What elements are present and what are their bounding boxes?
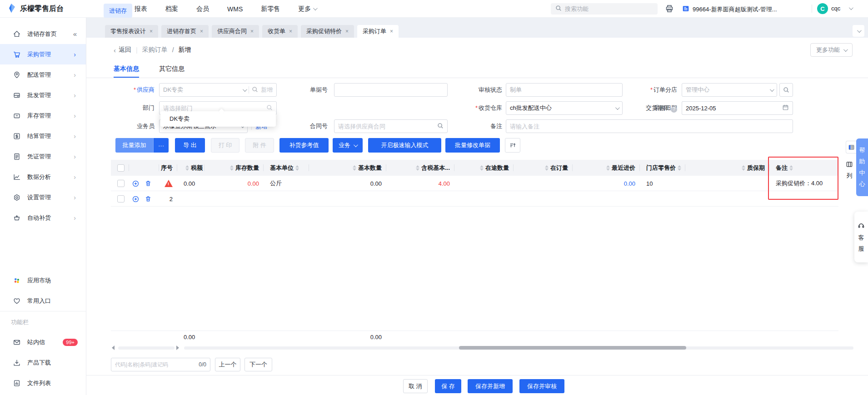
close-icon[interactable]: × [250,28,254,35]
sidebar-item-voucher[interactable]: 凭证管理› [0,146,86,167]
topnav-member[interactable]: 会员 [196,5,209,13]
business-dropdown-button[interactable]: 业务 [333,138,363,153]
chevron-down-icon[interactable] [849,5,853,10]
header-seq[interactable]: 序号 [159,160,177,176]
add-row-icon[interactable] [132,180,140,188]
sidebar-item-download[interactable]: 产品下载 [0,352,86,373]
batch-add-more-button[interactable]: ··· [153,138,169,153]
sidebar-item-settings[interactable]: 设置管理› [0,187,86,207]
supplier-select[interactable]: DK专卖 新增 [159,83,277,97]
export-button[interactable]: 导 出 [175,138,205,153]
save-and-audit-button[interactable]: 保存并审核 [519,379,564,393]
workspace-tab-2[interactable]: 供应商合同× [212,25,259,38]
supplier-new-link[interactable]: 新增 [261,86,273,94]
add-row-icon[interactable] [132,195,140,203]
topnav-report[interactable]: 报表 [135,5,147,13]
close-icon[interactable]: × [150,28,153,35]
row-checkbox[interactable] [117,195,125,202]
header-retail-price[interactable]: 门店零售价 [640,160,685,176]
header-warranty[interactable]: 质保期 [685,160,769,176]
sidebar-item-filelist[interactable]: 文件列表 [0,373,86,393]
sort-icon[interactable] [416,165,419,171]
sort-icon[interactable] [789,165,793,171]
scrollbar-thumb[interactable] [459,346,686,350]
tab-list-button[interactable] [853,25,864,37]
select-all-checkbox[interactable] [117,164,125,172]
save-button[interactable]: 保 存 [435,379,461,393]
attachment-button[interactable]: 附 件 [245,138,274,153]
order-no-field[interactable] [334,83,448,97]
branch-search-button[interactable] [779,83,793,97]
quick-search-field[interactable]: 0/0 [111,358,210,371]
sort-icon[interactable] [606,165,610,171]
header-last-price[interactable]: 最近进价 [573,160,640,176]
tab-other-info[interactable]: 其它信息 [159,61,185,78]
speed-input-button[interactable]: 开启极速输入模式 [368,138,441,153]
quick-search-input[interactable] [115,361,196,368]
header-stock-qty[interactable]: 库存数量 [205,160,264,176]
branch-select[interactable]: 管理中心 [682,83,777,97]
header-base-unit[interactable]: 基本单位 [264,160,309,176]
deadline-field[interactable]: 2025-12-05 [682,101,793,115]
dept-input[interactable] [163,105,264,112]
customer-service-tab[interactable]: 客服 [854,212,868,262]
remark-input[interactable] [510,123,789,130]
dept-option[interactable]: DK专卖 [160,111,276,127]
header-on-order-qty[interactable]: 在订量 [514,160,573,176]
search-input[interactable] [565,5,642,12]
help-icon[interactable]: ? [671,106,677,113]
header-base-qty[interactable]: 基本数量 [309,160,386,176]
cancel-button[interactable]: 取 消 [403,379,428,393]
sidebar-item-appmarket[interactable]: 应用市场 [0,270,86,291]
close-icon[interactable]: × [345,28,349,35]
sort-icon[interactable] [230,165,234,171]
sort-icon[interactable] [678,165,681,171]
next-button[interactable]: 下一个 [244,358,272,371]
sort-order-button[interactable] [505,138,520,153]
header-remark[interactable]: 备注 [769,160,838,176]
header-checkbox[interactable] [111,160,129,176]
sort-icon[interactable] [742,165,745,171]
username[interactable]: cqc [831,5,840,12]
sidebar-item-wholesale[interactable]: 批发管理› [0,85,86,105]
more-functions-button[interactable]: 更多功能 [810,43,853,57]
help-center-tab[interactable]: 帮助中心 [856,138,868,196]
header-ops[interactable] [129,160,159,176]
sidebar-item-home[interactable]: 进销存首页« [0,24,86,44]
sidebar-item-inventory[interactable]: 库存管理› [0,105,86,126]
batch-modify-button[interactable]: 批量修改单据 [445,138,500,153]
collapse-icon[interactable]: « [73,30,77,38]
sidebar-item-cart[interactable]: 采购管理› [0,44,86,64]
close-icon[interactable]: × [289,28,292,35]
topnav-wms[interactable]: WMS [227,5,243,13]
replenish-ref-button[interactable]: 补货参考值 [279,138,329,153]
back-button[interactable]: ‹返回 [114,46,131,54]
topnav-inventory[interactable]: 进销存 [104,4,132,18]
header-tax-base[interactable]: 含税基本... [386,160,454,176]
workspace-tab-4[interactable]: 采购促销特价× [301,25,354,38]
sidebar-item-settlement[interactable]: 结算管理› [0,126,86,146]
delete-row-icon[interactable] [145,195,152,202]
contract-field[interactable] [334,119,448,133]
table-row[interactable]: 2 [111,191,838,207]
sidebar-item-favorites[interactable]: 常用入口 [0,291,86,311]
print-button[interactable]: 打 印 [211,138,239,153]
delete-row-icon[interactable] [145,180,152,187]
sidebar-item-delivery[interactable]: 配送管理› [0,64,86,85]
sort-icon[interactable] [480,165,484,171]
sidebar-item-replenish[interactable]: 自动补货› [0,207,86,228]
close-icon[interactable]: × [200,28,203,35]
tab-basic-info[interactable]: 基本信息 [114,61,139,78]
topnav-new-retail[interactable]: 新零售 [261,5,280,13]
global-search[interactable] [551,3,658,15]
row-checkbox[interactable] [117,180,125,187]
warehouse-select[interactable]: ch批发配送中心 [506,101,623,115]
header-tax[interactable]: 税额 [177,160,205,176]
sort-icon[interactable] [353,165,356,171]
sidebar-item-mail[interactable]: 站内信99+ [0,332,86,352]
warning-icon[interactable] [165,180,173,187]
sort-icon[interactable] [295,165,299,171]
order-no-input[interactable] [338,87,444,94]
save-and-new-button[interactable]: 保存并新增 [468,379,513,393]
close-icon[interactable]: × [390,28,393,35]
